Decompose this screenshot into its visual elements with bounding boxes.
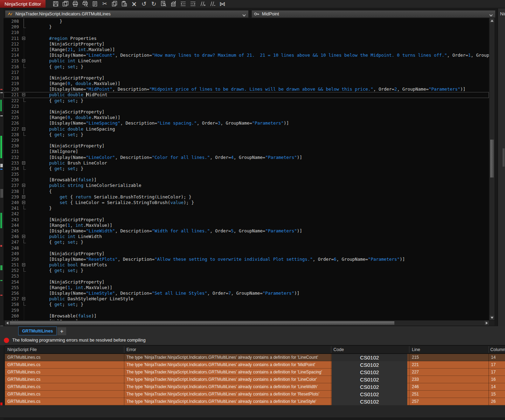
fold-margin[interactable] [20,36,28,41]
error-row[interactable]: GRTMultiLines.csThe type 'NinjaTrader.Ni… [5,369,505,376]
code-line[interactable]: 246 public int LineWidth [4,234,489,239]
code-line[interactable]: 249 [NinjaScriptProperty] [4,251,489,257]
error-row[interactable]: GRTMultiLines.csThe type 'NinjaTrader.Ni… [5,391,505,398]
code-line-current[interactable]: 221 public double MidPoint [4,92,489,98]
code-line[interactable]: 258 { get; set; } [4,302,489,307]
column-header-file[interactable]: NinjaScript File [7,345,37,354]
code-editor[interactable]: 208 }209 }210211 #region Properties212 [… [4,18,489,320]
code-line[interactable]: 244 [Range(1, int.MaxValue)] [4,223,489,228]
vertical-scrollbar-thumb[interactable] [490,139,494,178]
error-row[interactable]: GRTMultiLines.csThe type 'NinjaTrader.Ni… [5,398,505,405]
collapse-box-icon[interactable] [22,161,25,164]
save-icon[interactable] [53,1,59,7]
code-line[interactable]: 238 { [4,189,489,194]
collapse-box-icon[interactable] [22,297,25,300]
collapse-box-icon[interactable] [22,235,25,238]
collapse-box-icon[interactable] [22,195,25,198]
window-title-tab[interactable]: NinjaScript Editor [0,0,46,8]
code-line[interactable]: 248 [4,245,489,251]
code-line[interactable]: 245 [Display(Name="LineWidth", Descripti… [4,228,489,234]
copy-icon[interactable] [111,1,118,7]
code-line[interactable]: 241 } [4,205,489,211]
fold-margin[interactable] [20,200,28,205]
code-line[interactable]: 226 [Display(Name="LineSpacing", Descrip… [4,120,489,126]
code-line[interactable]: 228 { get; set; } [4,132,489,138]
column-header-error[interactable]: Error [126,345,136,354]
code-line[interactable]: 220 [Display(Name="MidPoint", Descriptio… [4,86,489,92]
collapse-box-icon[interactable] [22,93,25,96]
code-line[interactable]: 212 [NinjaScriptProperty] [4,41,489,47]
code-line[interactable]: 232 [Display(Name="LineColor", Descripti… [4,155,489,160]
code-line[interactable]: 254 [NinjaScriptProperty] [4,279,489,285]
templates-icon[interactable] [92,1,98,7]
code-line[interactable]: 250 [Display(Name="ResetPlots", Descript… [4,257,489,262]
print-icon[interactable] [72,1,78,7]
vertical-scrollbar[interactable] [490,18,494,320]
code-line[interactable]: 217 [4,70,489,75]
code-line[interactable]: 209 } [4,24,489,30]
code-line[interactable]: 242 [4,211,489,217]
fold-margin[interactable] [20,234,28,239]
tab-grtmultilines[interactable]: GRTMultiLines [18,327,57,335]
collapse-box-icon[interactable] [22,201,25,204]
collapse-box-icon[interactable] [22,37,25,40]
scroll-right-button[interactable] [484,321,489,325]
code-line[interactable]: 235 [4,172,489,177]
compile-icon[interactable] [170,1,177,7]
code-line[interactable]: 237 public string LineColorSerializable [4,183,489,188]
scroll-left-button[interactable] [5,321,9,325]
code-line[interactable]: 211 #region Properties [4,36,489,41]
scroll-up-button[interactable] [490,18,494,23]
code-line[interactable]: 255 [Range(1, int.MaxValue)] [4,285,489,290]
code-line[interactable]: 240 set { LineColor = Serialize.StringTo… [4,200,489,205]
splitter-handle[interactable] [503,148,505,167]
code-line[interactable]: 257 public DashStyleHelper LineStyle [4,296,489,302]
fold-margin[interactable] [20,160,28,166]
find-icon[interactable] [160,1,167,7]
collapse-box-icon[interactable] [22,127,25,131]
code-line[interactable]: 252 { get; set; } [4,268,489,273]
fold-margin[interactable] [20,92,28,98]
class-selector-dropdown[interactable]: NinjaTrader.NinjaScript.Indicators.GRTMu… [5,10,249,18]
code-line[interactable]: 222 { get; set; } [4,98,489,104]
collapse-box-icon[interactable] [22,59,25,62]
fold-margin[interactable] [20,262,28,268]
increase-indent-icon[interactable] [190,1,196,7]
comment-icon[interactable] [200,1,206,7]
code-line[interactable]: 218 [NinjaScriptProperty] [4,75,489,81]
new-tab-button[interactable]: + [57,327,66,335]
fold-margin[interactable] [20,296,28,302]
save-all-icon[interactable] [62,1,69,7]
fold-margin[interactable] [20,183,28,188]
code-line[interactable]: 210 [4,30,489,35]
code-line[interactable]: 230 [NinjaScriptProperty] [4,143,489,149]
code-line[interactable]: 227 public double LineSpacing [4,126,489,132]
undo-icon[interactable]: ↺ [141,1,147,7]
uncomment-icon[interactable] [209,1,216,7]
code-line[interactable]: 236 [Browsable(false)] [4,177,489,183]
code-line[interactable]: 231 [XmlIgnore] [4,149,489,154]
column-header-code[interactable]: Code [333,345,344,354]
code-line[interactable]: 260 [Browsable(false)] [4,313,489,319]
code-line[interactable]: 213 [Range(21, int.MaxValue)] [4,47,489,52]
code-line[interactable]: 219 [Range(0, double.MaxValue)] [4,81,489,86]
code-line[interactable]: 259 [4,308,489,313]
column-header-line[interactable]: Line [412,345,420,354]
error-row[interactable]: GRTMultiLines.csThe type 'NinjaTrader.Ni… [5,361,505,369]
code-line[interactable]: 251 public bool ResetPlots [4,262,489,268]
code-line[interactable]: 215 public int LineCount [4,58,489,64]
error-row[interactable]: GRTMultiLines.csThe type 'NinjaTrader.Ni… [5,354,505,361]
column-header-column[interactable]: Column [490,345,505,354]
code-line[interactable]: 239 get { return Serialize.BrushToString… [4,194,489,200]
horizontal-scrollbar[interactable] [5,321,489,326]
fold-margin[interactable] [20,194,28,200]
redo-icon[interactable]: ↻ [151,1,157,7]
horizontal-scrollbar-thumb[interactable] [9,321,395,325]
code-line[interactable]: 229 [4,138,489,143]
visual-studio-icon[interactable]: ⋈ [219,1,226,7]
fold-margin[interactable] [20,126,28,132]
code-line[interactable]: 216 { get; set; } [4,64,489,70]
collapse-box-icon[interactable] [22,263,25,266]
right-docked-panel[interactable]: Nin [497,8,505,326]
collapse-box-icon[interactable] [22,184,25,187]
